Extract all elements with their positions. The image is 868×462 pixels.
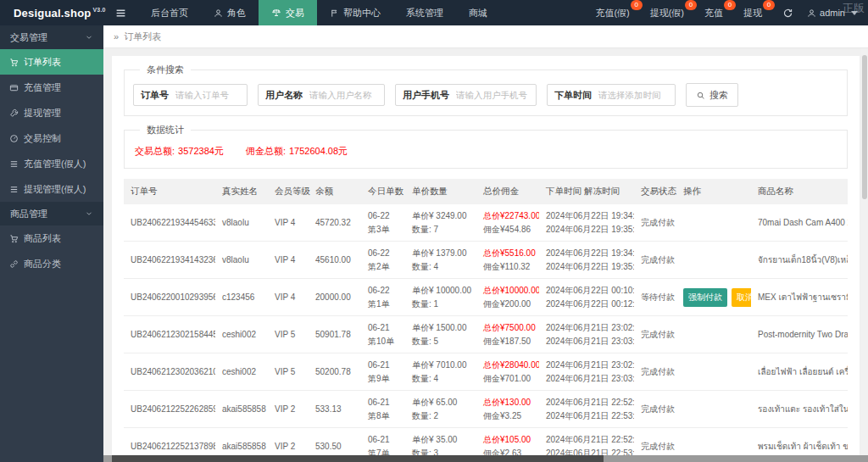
cell-total-commission: 总价¥22743.00佣金¥454.86 bbox=[476, 204, 539, 242]
sidebar-item-goods-list[interactable]: 商品列表 bbox=[0, 225, 103, 251]
nav-item-trade[interactable]: 交易 bbox=[259, 0, 317, 25]
horizontal-scrollbar-thumb[interactable] bbox=[112, 455, 604, 462]
gauge-icon bbox=[9, 134, 19, 143]
breadcrumb: » 订单列表 bbox=[103, 25, 868, 48]
order-no-input[interactable] bbox=[175, 90, 247, 100]
cell-status: 完成付款 bbox=[634, 242, 676, 279]
link-icon bbox=[9, 259, 19, 269]
col-unit-qty: 单价数量 bbox=[405, 179, 476, 204]
user-icon bbox=[214, 8, 223, 18]
cell-product: 70mai Dash Cam A400 2K กล้องติดรถยนต์ คว bbox=[751, 204, 848, 242]
phone-input[interactable] bbox=[456, 90, 536, 100]
cart-icon bbox=[9, 58, 19, 67]
stats-line: 交易总额:3572384元 佣金总额:1752604.08元 bbox=[133, 143, 838, 161]
cell-balance: 533.13 bbox=[309, 391, 361, 428]
table-row: UB2406212302158445 ceshi002 VIP 5 50901.… bbox=[124, 316, 848, 353]
status-badge: 完成付款 bbox=[641, 330, 675, 339]
cell-order-no: UB2406221934143236 bbox=[124, 242, 215, 279]
col-today-orders: 今日单数 bbox=[361, 179, 405, 204]
scale-icon bbox=[271, 8, 281, 18]
nav-item-mall[interactable]: 商城 bbox=[456, 0, 500, 25]
vertical-scrollbar-thumb[interactable] bbox=[862, 55, 867, 199]
search-button[interactable]: 搜索 bbox=[686, 83, 738, 107]
quick-withdraw-fake[interactable]: 提现(假)0 bbox=[650, 7, 684, 19]
stats-fieldset: 数据统计 交易总额:3572384元 佣金总额:1752604.08元 bbox=[124, 130, 848, 169]
search-row: 订单号 用户名称 用户手机号 下单时间 搜索 bbox=[133, 83, 838, 107]
card-icon bbox=[9, 83, 19, 92]
sidebar-item-goods-category[interactable]: 商品分类 bbox=[0, 251, 103, 276]
cell-times: 2024年06月22日 00:10:292024年06月22日 00:12:29 bbox=[539, 279, 634, 316]
status-badge: 完成付款 bbox=[641, 442, 675, 451]
refresh-button[interactable] bbox=[782, 8, 793, 19]
sidebar-item-recharge-mgmt-fake[interactable]: 充值管理(假人) bbox=[0, 151, 103, 176]
username-input[interactable] bbox=[309, 90, 384, 100]
col-balance: 余额 bbox=[309, 179, 361, 204]
sidebar-item-order-list[interactable]: 订单列表 bbox=[0, 49, 103, 75]
cell-times: 2024年06月21日 23:02:152024年06月21日 23:03:23 bbox=[539, 316, 634, 353]
cell-today-orders: 06-21第10单 bbox=[361, 316, 405, 353]
hamburger-icon bbox=[115, 8, 126, 19]
cell-total-commission: 总价¥5516.00佣金¥110.32 bbox=[476, 242, 539, 279]
breadcrumb-arrow: » bbox=[114, 31, 119, 42]
username-label: admin bbox=[820, 8, 845, 18]
cell-unit-qty: 单价¥ 1379.00数量: 4 bbox=[405, 242, 476, 279]
cell-order-no: UB2406220010293956 bbox=[124, 279, 215, 316]
logo-text: Desigual.shopV3.0 bbox=[14, 7, 106, 19]
list-icon bbox=[9, 185, 19, 194]
badge-count: 0 bbox=[724, 0, 736, 10]
top-nav: 后台首页 角色 交易 帮助中心 系统管理 商城 bbox=[138, 0, 500, 25]
sidebar-item-withdraw-mgmt[interactable]: 提现管理 bbox=[0, 100, 103, 125]
search-icon bbox=[696, 91, 705, 100]
cell-real-name: c123456 bbox=[215, 279, 268, 316]
commission-total: 佣金总额:1752604.08元 bbox=[246, 145, 348, 158]
cell-order-no: UB2406212302036210 bbox=[124, 353, 215, 391]
col-vip-level: 会员等级 bbox=[268, 179, 309, 204]
quick-recharge-fake[interactable]: 充值(假)0 bbox=[595, 7, 629, 19]
cell-vip-level: VIP 5 bbox=[268, 316, 309, 353]
nav-item-roles[interactable]: 角色 bbox=[201, 0, 259, 25]
horizontal-scrollbar[interactable] bbox=[103, 455, 868, 462]
quick-withdraw[interactable]: 提现0 bbox=[743, 7, 762, 19]
cell-real-name: ceshi002 bbox=[215, 316, 268, 353]
cell-times: 2024年06月21日 23:02:032024年06月21日 23:03:09 bbox=[539, 353, 634, 391]
sidebar-group-goods[interactable]: 商品管理 bbox=[0, 202, 103, 225]
cell-balance: 50901.78 bbox=[309, 316, 361, 353]
cell-order-no: UB2406212302158445 bbox=[124, 316, 215, 353]
cell-status: 等待付款 bbox=[634, 279, 676, 316]
cell-total-commission: 总价¥10000.00佣金¥200.00 bbox=[476, 279, 539, 316]
sidebar-item-recharge-mgmt[interactable]: 充值管理 bbox=[0, 75, 103, 100]
cell-real-name: v8laolu bbox=[215, 204, 268, 242]
top-right-area: 充值(假)0 提现(假)0 充值0 提现0 admin bbox=[595, 0, 868, 25]
nav-item-system[interactable]: 系统管理 bbox=[393, 0, 456, 25]
user-icon bbox=[807, 8, 816, 18]
cell-vip-level: VIP 4 bbox=[268, 279, 309, 316]
cell-actions bbox=[676, 242, 751, 279]
sidebar-group-trade[interactable]: 交易管理 bbox=[0, 25, 103, 49]
status-badge: 完成付款 bbox=[641, 404, 675, 414]
quick-recharge[interactable]: 充值0 bbox=[704, 7, 723, 19]
cell-actions bbox=[676, 316, 751, 353]
cell-today-orders: 06-22第3单 bbox=[361, 204, 405, 242]
order-time-input[interactable] bbox=[598, 90, 675, 100]
nav-item-help[interactable]: 帮助中心 bbox=[317, 0, 393, 25]
cell-today-orders: 06-21第8单 bbox=[361, 391, 405, 428]
logo[interactable]: Desigual.shopV3.0 bbox=[0, 0, 103, 25]
cell-unit-qty: 单价¥ 10000.00数量: 1 bbox=[405, 279, 476, 316]
nav-item-home[interactable]: 后台首页 bbox=[138, 0, 201, 25]
col-order-no: 订单号 bbox=[124, 179, 215, 204]
sidebar-item-withdraw-mgmt-fake[interactable]: 提现管理(假人) bbox=[0, 176, 103, 202]
cell-today-orders: 06-22第1单 bbox=[361, 279, 405, 316]
row-action-button[interactable]: 强制付款 bbox=[683, 288, 727, 307]
row-action-button[interactable]: 取消订单 bbox=[732, 288, 751, 307]
col-total-commission: 总价佣金 bbox=[476, 179, 539, 204]
table-row: UB2406212252262859 akai585858 VIP 2 533.… bbox=[124, 391, 848, 428]
order-no-label: 订单号 bbox=[134, 89, 175, 102]
cell-balance: 45610.00 bbox=[309, 242, 361, 279]
collapse-menu-button[interactable] bbox=[103, 0, 138, 25]
top-bar: Desigual.shopV3.0 后台首页 角色 交易 帮助中心 系统管理 商… bbox=[0, 0, 868, 25]
vertical-scrollbar[interactable] bbox=[861, 48, 868, 455]
sidebar-item-trade-control[interactable]: 交易控制 bbox=[0, 125, 103, 151]
order-no-field-group: 订单号 bbox=[133, 84, 248, 106]
table-row: UB2406220010293956 c123456 VIP 4 20000.0… bbox=[124, 279, 848, 316]
user-menu[interactable]: admin bbox=[807, 8, 858, 18]
